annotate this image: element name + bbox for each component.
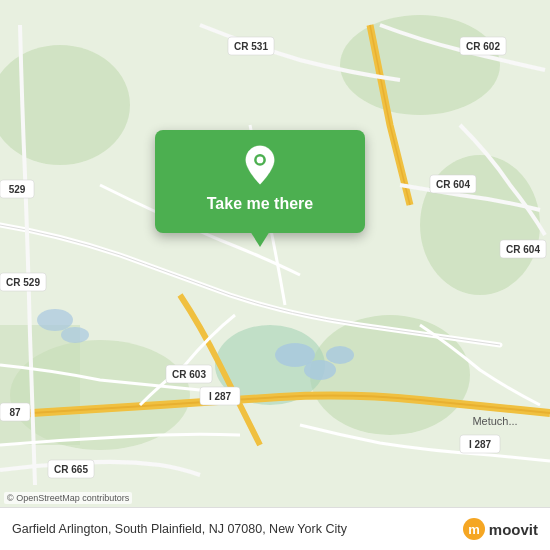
svg-text:529: 529 [9,184,26,195]
bottom-bar: Garfield Arlington, South Plainfield, NJ… [0,507,550,550]
address-text: Garfield Arlington, South Plainfield, NJ… [12,522,463,536]
popup-label: Take me there [207,194,313,215]
svg-text:CR 531: CR 531 [234,41,268,52]
svg-point-37 [257,157,264,164]
svg-point-4 [310,315,470,435]
svg-text:CR 529: CR 529 [6,277,40,288]
map-svg: CR 531 CR 602 CR 604 CR 604 529 CR 529 C… [0,0,550,550]
svg-point-9 [304,360,336,380]
svg-text:I 287: I 287 [209,391,232,402]
svg-text:I 287: I 287 [469,439,492,450]
moovit-logo: m moovit [463,518,538,540]
osm-text: © OpenStreetMap contributors [7,493,129,503]
svg-text:CR 604: CR 604 [436,179,470,190]
svg-point-2 [340,15,500,115]
svg-text:m: m [468,522,480,537]
svg-point-11 [37,309,73,331]
svg-text:CR 604: CR 604 [506,244,540,255]
svg-text:CR 665: CR 665 [54,464,88,475]
svg-text:Metuch...: Metuch... [472,415,517,427]
svg-text:CR 603: CR 603 [172,369,206,380]
svg-text:87: 87 [9,407,21,418]
osm-attribution: © OpenStreetMap contributors [4,492,132,504]
svg-rect-6 [0,325,80,445]
map-container: CR 531 CR 602 CR 604 CR 604 529 CR 529 C… [0,0,550,550]
svg-text:CR 602: CR 602 [466,41,500,52]
svg-point-10 [326,346,354,364]
location-pin-icon [239,144,281,186]
moovit-logo-icon: m [463,518,485,540]
moovit-logo-text: moovit [489,521,538,538]
popup-card[interactable]: Take me there [155,130,365,233]
svg-point-12 [61,327,89,343]
